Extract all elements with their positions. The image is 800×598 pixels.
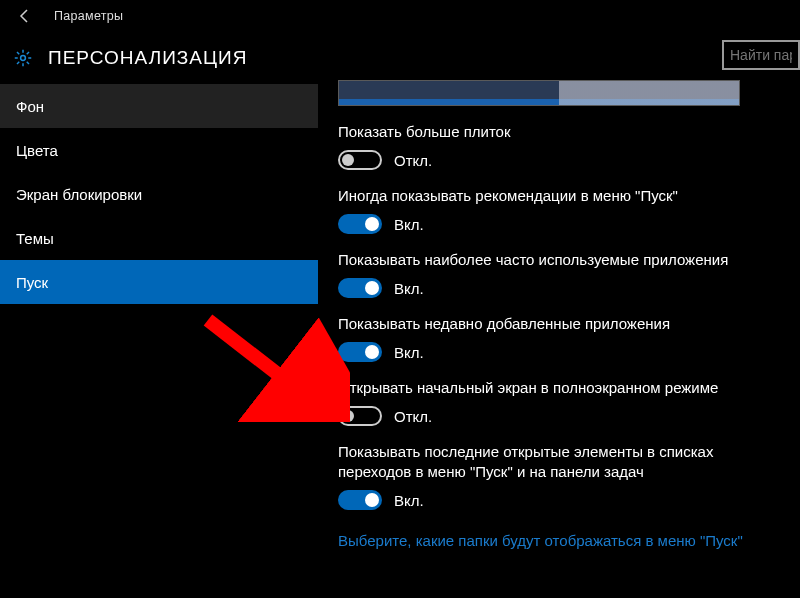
start-preview-image (338, 80, 740, 106)
settings-window: Параметры ПЕРСОНАЛИЗАЦИЯ Фон Цвета Экран… (0, 0, 800, 598)
page-header: ПЕРСОНАЛИЗАЦИЯ (0, 36, 800, 80)
window-title: Параметры (54, 9, 123, 23)
setting-suggestions: Иногда показывать рекомендации в меню "П… (338, 186, 780, 234)
toggle-most-used[interactable] (338, 278, 382, 298)
gear-icon (14, 49, 32, 67)
toggle-more-tiles[interactable] (338, 150, 382, 170)
setting-fullscreen-start: Открывать начальный экран в полноэкранно… (338, 378, 780, 426)
sidebar-item-label: Цвета (16, 142, 58, 159)
svg-point-0 (21, 56, 26, 61)
toggle-state-text: Откл. (394, 152, 432, 169)
content-pane: Показать больше плиток Откл. Иногда пока… (318, 80, 800, 596)
sidebar-item-label: Темы (16, 230, 54, 247)
svg-line-7 (17, 62, 19, 64)
setting-most-used: Показывать наиболее часто используемые п… (338, 250, 780, 298)
arrow-left-icon (17, 8, 33, 24)
setting-jump-lists: Показывать последние открытые элементы в… (338, 442, 780, 510)
svg-line-5 (17, 52, 19, 54)
toggle-fullscreen-start[interactable] (338, 406, 382, 426)
sidebar-item-label: Фон (16, 98, 44, 115)
setting-label: Показать больше плиток (338, 122, 758, 142)
toggle-state-text: Вкл. (394, 344, 424, 361)
setting-more-tiles: Показать больше плиток Откл. (338, 122, 780, 170)
sidebar-item-colors[interactable]: Цвета (0, 128, 318, 172)
svg-line-8 (27, 52, 29, 54)
toggle-state-text: Вкл. (394, 280, 424, 297)
back-button[interactable] (10, 1, 40, 31)
toggle-recently-added[interactable] (338, 342, 382, 362)
choose-folders-link[interactable]: Выберите, какие папки будут отображаться… (338, 532, 758, 549)
toggle-state-text: Вкл. (394, 492, 424, 509)
svg-line-6 (27, 62, 29, 64)
search-input[interactable] (722, 40, 800, 70)
page-title: ПЕРСОНАЛИЗАЦИЯ (48, 47, 247, 69)
sidebar-item-label: Пуск (16, 274, 48, 291)
sidebar-item-label: Экран блокировки (16, 186, 142, 203)
setting-label: Открывать начальный экран в полноэкранно… (338, 378, 758, 398)
body: Фон Цвета Экран блокировки Темы Пуск Пок… (0, 80, 800, 596)
toggle-state-text: Вкл. (394, 216, 424, 233)
toggle-jump-lists[interactable] (338, 490, 382, 510)
toggle-state-text: Откл. (394, 408, 432, 425)
titlebar: Параметры (0, 0, 800, 32)
toggle-suggestions[interactable] (338, 214, 382, 234)
setting-label: Показывать наиболее часто используемые п… (338, 250, 758, 270)
sidebar-item-background[interactable]: Фон (0, 84, 318, 128)
sidebar: Фон Цвета Экран блокировки Темы Пуск (0, 80, 318, 596)
sidebar-item-start[interactable]: Пуск (0, 260, 318, 304)
setting-label: Иногда показывать рекомендации в меню "П… (338, 186, 758, 206)
setting-label: Показывать последние открытые элементы в… (338, 442, 758, 482)
sidebar-item-themes[interactable]: Темы (0, 216, 318, 260)
setting-recently-added: Показывать недавно добавленные приложени… (338, 314, 780, 362)
setting-label: Показывать недавно добавленные приложени… (338, 314, 758, 334)
sidebar-item-lockscreen[interactable]: Экран блокировки (0, 172, 318, 216)
